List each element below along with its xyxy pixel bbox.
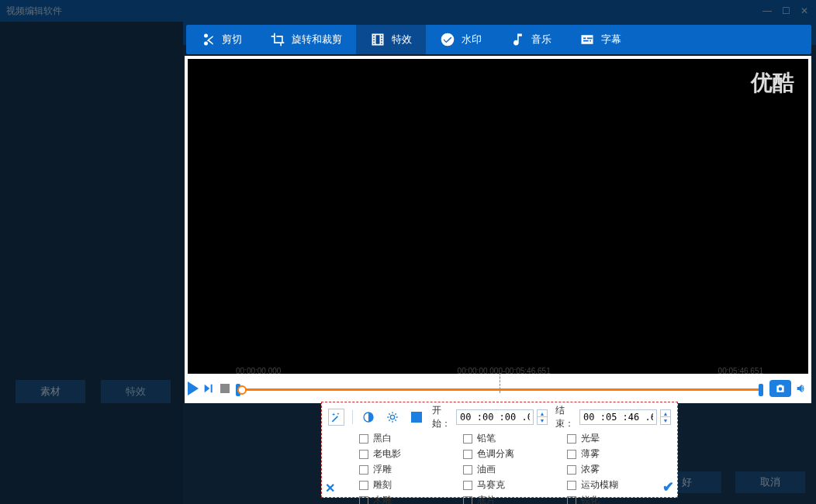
app-title: 视频编辑软件: [6, 5, 762, 18]
stop-button[interactable]: [220, 384, 230, 393]
start-time-input[interactable]: [456, 409, 534, 425]
effect-checkbox[interactable]: [567, 434, 576, 444]
step-forward-icon[interactable]: [202, 382, 216, 395]
effect-checkbox[interactable]: [359, 450, 368, 459]
watermark-icon: [440, 32, 455, 47]
panel-cancel-icon[interactable]: ✕: [325, 481, 335, 495]
timeline-tick: [500, 373, 500, 393]
effect-item[interactable]: 浓雾: [567, 463, 671, 476]
video-preview[interactable]: 优酷: [188, 59, 808, 374]
effect-label: 锐化: [581, 494, 600, 504]
timeline-range-label: 00:00:00.000-00:05:46.651: [458, 367, 551, 375]
effect-label: 木雕: [373, 494, 392, 504]
effect-label: 马赛克: [477, 478, 505, 492]
play-button[interactable]: [188, 381, 199, 395]
effect-item[interactable]: 光晕: [567, 432, 671, 445]
effect-item[interactable]: 马赛克: [463, 478, 567, 492]
effect-checkbox[interactable]: [359, 481, 368, 490]
effect-item[interactable]: 锐化: [567, 494, 671, 504]
effect-label: 色调分离: [477, 447, 514, 461]
effect-label: 雕刻: [373, 478, 392, 492]
effect-checkbox[interactable]: [463, 450, 472, 459]
effect-label: 油画: [477, 463, 496, 476]
start-time-spinner[interactable]: ▲▼: [537, 409, 548, 425]
effect-checkbox[interactable]: [567, 450, 576, 459]
effect-item[interactable]: 铅笔: [463, 432, 567, 445]
panel-confirm-icon[interactable]: ✔: [662, 478, 674, 495]
effect-checkbox[interactable]: [567, 465, 576, 475]
timeline-playhead[interactable]: [237, 385, 247, 395]
effect-item[interactable]: 运动模糊: [567, 478, 671, 492]
subtitle-icon: [579, 32, 595, 47]
effect-checkbox[interactable]: [359, 496, 368, 505]
effect-label: 黑白: [373, 432, 392, 445]
effect-checkbox[interactable]: [463, 434, 472, 444]
timeline-bar: 00:00:00.000 00:00:00.000-00:05:46.651 0…: [185, 374, 811, 403]
left-panel: 素材 特效: [0, 22, 183, 504]
timeline-end-label: 00:05:46.651: [718, 367, 763, 375]
end-time-label: 结束：: [555, 404, 576, 430]
effect-item[interactable]: 雕刻: [359, 478, 463, 492]
effect-checkbox[interactable]: [463, 465, 472, 475]
maximize-icon[interactable]: ☐: [780, 5, 791, 16]
effect-label: 浮雕: [373, 463, 392, 476]
start-time-label: 开始：: [432, 404, 453, 430]
color-square-icon[interactable]: [408, 409, 424, 426]
effect-item[interactable]: 浮雕: [359, 463, 463, 476]
volume-icon[interactable]: [794, 382, 808, 395]
effects-panel: 开始： ▲▼ 结束： ▲▼ 黑白老电影浮雕雕刻木雕 铅笔色调分离油画马赛克底片 …: [321, 402, 678, 498]
effect-label: 薄雾: [581, 447, 600, 461]
crop-icon: [270, 32, 285, 47]
film-icon: [370, 32, 386, 47]
main-area: 优酷 00:00:00.000 00:00:00.000-00:05:46.65…: [185, 56, 811, 403]
effect-item[interactable]: 薄雾: [567, 447, 671, 461]
end-time-spinner[interactable]: ▲▼: [660, 409, 671, 425]
tool-effects[interactable]: 特效: [356, 25, 426, 54]
effect-checkbox[interactable]: [567, 481, 576, 490]
effect-label: 光晕: [581, 432, 600, 445]
tool-subtitle[interactable]: 字幕: [565, 25, 635, 54]
effect-item[interactable]: 老电影: [359, 447, 463, 461]
cancel-button[interactable]: 取消: [735, 471, 805, 493]
scissors-icon: [200, 32, 216, 47]
timeline-track[interactable]: 00:00:00.000 00:00:00.000-00:05:46.651 0…: [236, 381, 763, 396]
svg-point-1: [390, 415, 394, 419]
tool-rotate[interactable]: 旋转和裁剪: [256, 25, 356, 54]
tab-left-effects[interactable]: 特效: [101, 380, 171, 403]
effect-item[interactable]: 木雕: [359, 494, 463, 504]
effect-item[interactable]: 底片: [463, 494, 567, 504]
minimize-icon[interactable]: —: [762, 5, 773, 16]
magic-wand-icon[interactable]: [328, 409, 344, 426]
effect-item[interactable]: 油画: [463, 463, 567, 476]
timeline-handle-end[interactable]: [759, 384, 763, 396]
tab-material[interactable]: 素材: [16, 380, 85, 403]
youku-watermark: 优酷: [751, 68, 794, 98]
effect-checkbox[interactable]: [463, 481, 472, 490]
contrast-icon[interactable]: [361, 409, 377, 426]
effect-checkbox[interactable]: [567, 496, 576, 505]
effect-checkbox[interactable]: [359, 465, 368, 475]
effect-checkbox[interactable]: [463, 496, 472, 505]
music-icon: [510, 32, 525, 47]
end-time-input[interactable]: [579, 409, 657, 425]
snapshot-button[interactable]: [769, 380, 791, 397]
close-icon[interactable]: ✕: [799, 5, 810, 16]
effect-label: 浓雾: [581, 463, 600, 476]
effect-label: 底片: [477, 494, 496, 504]
effect-item[interactable]: 色调分离: [463, 447, 567, 461]
tool-watermark[interactable]: 水印: [426, 25, 496, 54]
timeline-start-label: 00:00:00.000: [236, 367, 281, 375]
effect-label: 运动模糊: [581, 478, 618, 492]
effect-checkbox[interactable]: [359, 434, 368, 444]
brightness-icon[interactable]: [385, 409, 401, 426]
tool-cut[interactable]: 剪切: [186, 25, 256, 54]
tool-music[interactable]: 音乐: [496, 25, 565, 54]
effect-label: 老电影: [373, 447, 401, 461]
effect-item[interactable]: 黑白: [359, 432, 463, 445]
effect-label: 铅笔: [477, 432, 496, 445]
